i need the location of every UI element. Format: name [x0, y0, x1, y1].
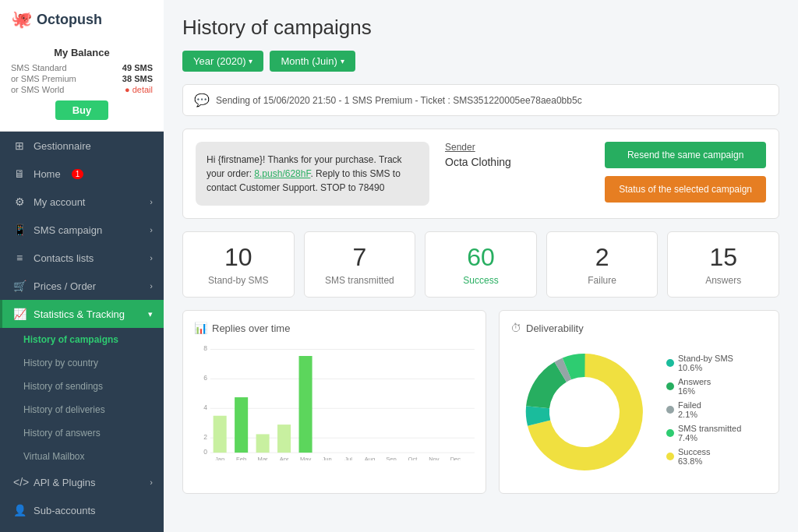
stat-number-standby: 10	[191, 243, 286, 272]
svg-text:Dec: Dec	[450, 456, 461, 460]
legend-dot-failed	[666, 406, 674, 414]
sidebar: 🐙 Octopush My Balance SMS Standard 49 SM…	[0, 0, 164, 532]
sidebar-item-prices[interactable]: 🛒 Prices / Order ›	[0, 272, 164, 300]
stat-label-failure: Failure	[555, 275, 650, 286]
stat-number-success: 60	[433, 243, 528, 272]
stat-label-standby: Stand-by SMS	[191, 275, 286, 286]
prices-arrow: ›	[150, 281, 153, 291]
donut-legend: Stand-by SMS10.6% Answers16% Failed2.1%	[666, 354, 741, 470]
balance-label-world: or SMS World	[11, 85, 64, 94]
subnav-history-answers[interactable]: History of answers	[0, 421, 164, 445]
prices-icon: 🛒	[13, 280, 26, 292]
home-icon: 🖥	[13, 167, 26, 180]
sidebar-item-contacts[interactable]: ≡ Contacts lists ›	[0, 244, 164, 272]
sms-link[interactable]: 8.push/628hF	[254, 168, 310, 179]
bar-jan	[214, 416, 227, 453]
buy-button[interactable]: Buy	[55, 100, 109, 120]
donut-area: Stand-by SMS10.6% Answers16% Failed2.1%	[510, 342, 768, 482]
stat-label-transmitted: SMS transmitted	[312, 275, 408, 286]
sender-name: Octa Clothing	[445, 156, 589, 168]
sidebar-item-home[interactable]: 🖥 Home 1	[0, 160, 164, 188]
legend-dot-transmitted	[666, 429, 674, 437]
legend-label-answers: Answers16%	[678, 377, 711, 396]
balance-row-world: or SMS World ● detail	[11, 85, 153, 94]
subnav-history-sendings[interactable]: History of sendings	[0, 375, 164, 398]
bar-chart-title-text: Replies over time	[212, 322, 290, 334]
campaign-detail: Hi {firstname}! Thanks for your purchase…	[182, 129, 779, 219]
donut-center	[555, 382, 614, 442]
subnav-history-campaigns[interactable]: History of campaigns	[0, 328, 164, 351]
donut-chart-title: ⏱ Deliverability	[510, 322, 768, 334]
svg-text:6: 6	[203, 374, 207, 382]
svg-text:0: 0	[203, 448, 207, 456]
gestionnaire-icon: ⊞	[13, 139, 26, 152]
sms-arrow: ›	[150, 225, 153, 234]
year-filter-arrow: ▾	[249, 57, 252, 65]
donut-chart-card: ⏱ Deliverability	[499, 310, 779, 494]
month-filter-label: Month (Juin)	[281, 55, 337, 67]
donut-chart-title-text: Deliverability	[526, 322, 584, 334]
svg-text:2: 2	[203, 433, 207, 441]
sidebar-item-label-api: API & Plugins	[34, 477, 96, 488]
svg-text:Nov: Nov	[429, 456, 440, 460]
action-buttons: Resend the same campaign Status of the s…	[605, 142, 766, 203]
sidebar-item-label-prices: Prices / Order	[34, 280, 96, 292]
subnav-history-country[interactable]: History by country	[0, 351, 164, 375]
svg-text:May: May	[300, 456, 312, 460]
stat-transmitted: 7 SMS transmitted	[304, 231, 416, 298]
brand-name: Octopush	[37, 12, 102, 28]
donut-svg	[510, 342, 659, 482]
month-filter-button[interactable]: Month (Juin) ▾	[270, 51, 355, 72]
sidebar-item-subaccounts[interactable]: 👤 Sub-accounts	[0, 496, 164, 524]
logo: 🐙 Octopush	[0, 0, 164, 39]
legend-failed: Failed2.1%	[666, 400, 741, 419]
stat-number-answers: 15	[676, 243, 771, 272]
bar-may	[299, 356, 312, 453]
stats-arrow: ▾	[148, 309, 153, 319]
sidebar-item-label-gestionnaire: Gestionnaire	[34, 140, 91, 152]
subnav-history-deliveries[interactable]: History of deliveries	[0, 398, 164, 421]
svg-text:Aug: Aug	[365, 456, 375, 460]
sender-label: Sender	[445, 142, 589, 153]
sidebar-item-stats[interactable]: 📈 Statistics & Tracking ▾	[0, 300, 164, 328]
bar-chart-card: 📊 Replies over time 8 6 4 2 0	[182, 310, 486, 494]
stat-number-transmitted: 7	[312, 243, 408, 272]
bar-chart-icon: 📊	[194, 322, 207, 334]
sidebar-item-label-home: Home	[34, 168, 61, 180]
detail-link[interactable]: ● detail	[125, 85, 153, 94]
year-filter-button[interactable]: Year (2020) ▾	[182, 51, 263, 72]
main-content: History of campaigns Year (2020) ▾ Month…	[164, 0, 798, 532]
subnav-virtual-mailbox[interactable]: Virtual Mailbox	[0, 445, 164, 468]
sidebar-item-label-sms: SMS campaign	[34, 224, 102, 236]
legend-label-failed: Failed2.1%	[678, 400, 701, 419]
sidebar-item-sms-campaign[interactable]: 📱 SMS campaign ›	[0, 216, 164, 244]
stats-icon: 📈	[13, 308, 26, 320]
stat-answers: 15 Answers	[667, 231, 779, 298]
stat-failure: 2 Failure	[546, 231, 659, 298]
filter-bar: Year (2020) ▾ Month (Juin) ▾	[182, 51, 779, 72]
status-button[interactable]: Status of the selected campaign	[605, 176, 766, 203]
campaign-info-bar: 💬 Sending of 15/06/2020 21:50 - 1 SMS Pr…	[182, 84, 779, 116]
stat-label-answers: Answers	[676, 275, 771, 286]
legend-label-standby: Stand-by SMS10.6%	[678, 354, 733, 372]
sidebar-item-gestionnaire[interactable]: ⊞ Gestionnaire	[0, 132, 164, 160]
svg-text:8: 8	[203, 344, 207, 352]
stat-success: 60 Success	[425, 231, 537, 298]
account-icon: ⚙	[13, 196, 26, 208]
legend-transmitted: SMS transmitted7.4%	[666, 424, 741, 442]
balance-label-premium: or SMS Premium	[11, 74, 76, 83]
bar-chart-title: 📊 Replies over time	[194, 322, 475, 334]
home-badge: 1	[72, 169, 84, 179]
stat-label-success: Success	[433, 275, 528, 286]
account-arrow: ›	[150, 197, 153, 206]
sidebar-item-my-account[interactable]: ⚙ My account ›	[0, 188, 164, 216]
svg-text:Sep: Sep	[386, 456, 396, 460]
balance-label-standard: SMS Standard	[11, 63, 67, 72]
stats-row: 10 Stand-by SMS 7 SMS transmitted 60 Suc…	[182, 231, 779, 298]
balance-value-premium: 38 SMS	[122, 74, 153, 83]
sidebar-item-api[interactable]: </> API & Plugins ›	[0, 468, 164, 496]
sms-preview: Hi {firstname}! Thanks for your purchase…	[196, 142, 429, 206]
sender-info: Sender Octa Clothing	[445, 142, 589, 168]
balance-value-standard: 49 SMS	[122, 63, 153, 72]
resend-button[interactable]: Resend the same campaign	[605, 142, 766, 168]
